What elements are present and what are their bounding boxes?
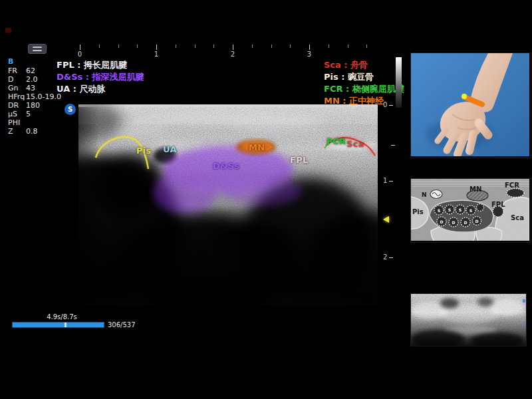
- ultrasound-image[interactable]: Pis UA D&Ss MN FPL FCR Sca: [78, 104, 378, 306]
- ruler-label: 3: [306, 51, 313, 58]
- top-ruler: 0 1 2 3: [80, 45, 380, 57]
- grayscale-bar: [396, 57, 402, 108]
- depth-mark-0: 0: [383, 102, 393, 108]
- ultrasound-render: [78, 104, 378, 306]
- legend-item-dss: D&Ss : 指深浅屈肌腱: [57, 71, 144, 83]
- param-row: PHI: [8, 118, 77, 127]
- scan-label-sca: Sca: [346, 139, 364, 149]
- legend-item-ua: UA : 尺动脉: [57, 83, 144, 95]
- scan-label-fcr: FCR: [327, 136, 346, 146]
- ruler-label: 1: [153, 51, 160, 58]
- legend-item-fcr: FCR : 桡侧腕屈肌腱: [324, 83, 404, 95]
- scan-label-ua: UA: [163, 144, 177, 154]
- ultrasound-screen: B FR62 D2.0 Gn43 HFrq15.0-19.0 DR180 µS5…: [0, 0, 532, 399]
- legend-item-fpl: FPL : 拇长屈肌腱: [57, 59, 144, 71]
- legend-item-pis: Pis : 豌豆骨: [324, 71, 404, 83]
- probe-orientation-marker: S: [65, 104, 76, 115]
- cine-frame-counter: 306/537: [108, 321, 136, 329]
- scan-label-fpl: FPL: [290, 155, 309, 165]
- probe-position-photo[interactable]: [410, 53, 531, 158]
- svg-text:Sca: Sca: [511, 214, 524, 221]
- anatomy-diagram[interactable]: SS SS DD DD N MN FCR Pis FPL Sca: [410, 178, 531, 243]
- svg-text:Pis: Pis: [412, 208, 424, 215]
- svg-text:FPL: FPL: [491, 201, 505, 208]
- depth-mark-1: 1: [383, 178, 393, 184]
- svg-text:N: N: [422, 192, 427, 198]
- menu-icon: [33, 47, 42, 48]
- record-indicator: [5, 28, 11, 33]
- depth-mark-2: 2: [383, 254, 393, 261]
- legend-left: FPL : 拇长屈肌腱 D&Ss : 指深浅屈肌腱 UA : 尺动脉: [57, 59, 144, 95]
- depth-mark-minor: [389, 142, 395, 148]
- cine-progress-cursor[interactable]: [65, 323, 66, 327]
- legend-item-sca: Sca : 舟骨: [324, 59, 404, 71]
- menu-button[interactable]: [28, 44, 47, 54]
- cine-progress-bar[interactable]: [12, 322, 104, 328]
- ruler-label: 2: [229, 51, 236, 58]
- focus-marker: [383, 216, 389, 223]
- ruler-label: 0: [76, 51, 83, 58]
- svg-text:MN: MN: [469, 186, 481, 193]
- scan-label-pis: Pis: [136, 146, 152, 156]
- cine-time-label: 4.9s/8.7s: [32, 313, 92, 321]
- reference-ultrasound-thumbnail[interactable]: [410, 293, 527, 346]
- scan-label-mn: MN: [249, 142, 265, 152]
- legend-right: Sca : 舟骨 Pis : 豌豆骨 FCR : 桡侧腕屈肌腱 MN : 正中神…: [324, 59, 404, 107]
- svg-text:FCR: FCR: [505, 182, 519, 189]
- param-row: Z0.8: [8, 127, 77, 136]
- scan-label-dss: D&Ss: [213, 161, 239, 171]
- probe-orientation-dot: [462, 94, 467, 99]
